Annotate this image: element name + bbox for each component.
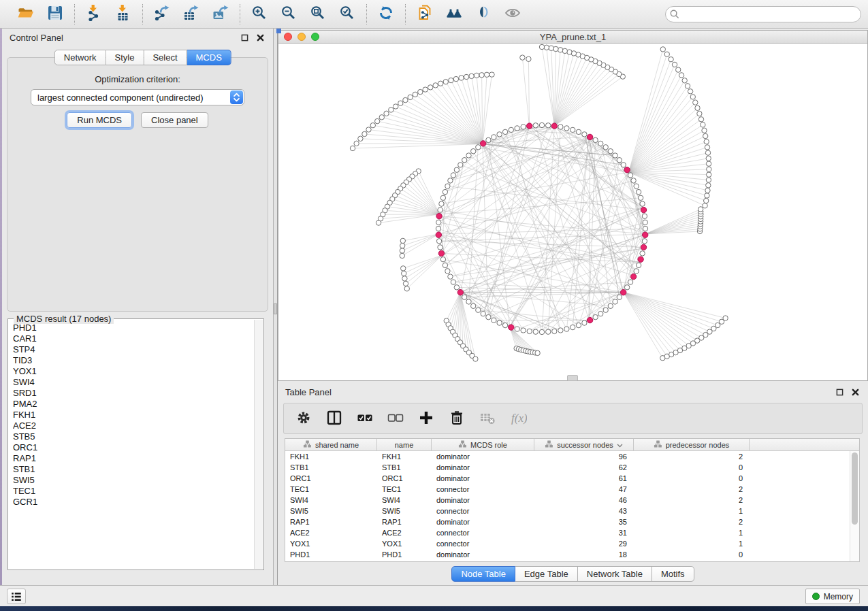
tab-edge-table[interactable]: Edge Table bbox=[515, 566, 578, 582]
column-type-icon bbox=[458, 440, 467, 450]
table-scrollbar-thumb[interactable] bbox=[852, 452, 858, 525]
folder-open-button[interactable] bbox=[14, 3, 37, 25]
close-panel-action-button[interactable]: Close panel bbox=[141, 112, 208, 128]
column-header-predecessor-nodes[interactable]: predecessor nodes bbox=[634, 439, 750, 450]
criterion-select[interactable]: largest connected component (undirected) bbox=[31, 89, 244, 105]
table-cell: RAP1 bbox=[285, 518, 377, 526]
tab-motifs[interactable]: Motifs bbox=[652, 566, 694, 582]
table-cell: 0 bbox=[634, 550, 750, 559]
trash-button[interactable] bbox=[447, 408, 467, 429]
mcds-result-item[interactable]: PHD1 bbox=[13, 323, 253, 333]
table-row[interactable]: RAP1RAP1dominator352 bbox=[285, 516, 859, 527]
horizontal-splitter-handle[interactable] bbox=[567, 375, 578, 381]
float-panel-button[interactable] bbox=[240, 33, 249, 43]
control-panel-tabs: NetworkStyleSelectMCDS bbox=[54, 50, 231, 65]
float-icon bbox=[241, 34, 248, 42]
table-cell: dominator bbox=[432, 550, 534, 559]
mcds-result-item[interactable]: ORC1 bbox=[13, 442, 253, 453]
table-row[interactable]: ORC1ORC1dominator610 bbox=[285, 473, 859, 484]
column-header-successor-nodes[interactable]: successor nodes bbox=[534, 439, 634, 450]
close-panel-button[interactable] bbox=[255, 33, 265, 43]
table-row[interactable]: STB1STB1dominator620 bbox=[285, 462, 859, 473]
close-table-panel-button[interactable] bbox=[850, 388, 860, 397]
search-binoculars-icon bbox=[445, 4, 463, 24]
tab-style[interactable]: Style bbox=[106, 50, 144, 65]
mcds-result-item[interactable]: ACE2 bbox=[13, 420, 253, 431]
table-row[interactable]: TEC1TEC1connector472 bbox=[285, 484, 859, 495]
select-all-button[interactable] bbox=[355, 408, 375, 429]
mcds-result-item[interactable]: YOX1 bbox=[13, 366, 253, 377]
network-search-input[interactable] bbox=[665, 6, 861, 22]
tab-network[interactable]: Network bbox=[54, 50, 106, 65]
float-table-panel-button[interactable] bbox=[835, 388, 844, 397]
save-icon bbox=[46, 4, 64, 24]
vertical-splitter[interactable] bbox=[273, 29, 278, 585]
gear-button[interactable] bbox=[293, 408, 314, 429]
mcds-result-item[interactable]: STB1 bbox=[13, 464, 253, 475]
tab-select[interactable]: Select bbox=[144, 50, 187, 65]
mcds-result-item[interactable]: GCR1 bbox=[13, 497, 253, 508]
deselect-all-button[interactable] bbox=[385, 408, 406, 429]
column-header-MCDS-role[interactable]: MCDS role bbox=[432, 439, 534, 450]
table-panel-mode-button[interactable] bbox=[7, 589, 26, 604]
table-cell: 35 bbox=[534, 518, 634, 526]
column-header-shared-name[interactable]: shared name bbox=[285, 439, 377, 450]
table-cell: TEC1 bbox=[285, 485, 377, 493]
table-row[interactable]: SWI4SWI4dominator462 bbox=[285, 495, 859, 506]
column-type-icon bbox=[654, 440, 662, 450]
table-cell: PHD1 bbox=[377, 550, 432, 559]
clone-network-button[interactable] bbox=[413, 3, 436, 25]
mcds-result-item[interactable]: PMA2 bbox=[13, 399, 253, 410]
splitter-handle[interactable] bbox=[274, 303, 277, 314]
import-network-button[interactable] bbox=[82, 3, 106, 25]
add-button[interactable] bbox=[416, 408, 436, 429]
tab-node-table[interactable]: Node Table bbox=[451, 566, 515, 582]
mcds-result-item[interactable]: FKH1 bbox=[13, 410, 253, 420]
columns-button[interactable] bbox=[324, 408, 344, 429]
search-binoculars-button[interactable] bbox=[443, 3, 466, 25]
export-image-button[interactable] bbox=[209, 3, 232, 25]
table-cell: TEC1 bbox=[377, 485, 432, 493]
zoom-fit-button[interactable] bbox=[306, 3, 329, 25]
zoom-in-button[interactable] bbox=[248, 3, 271, 25]
table-cell: dominator bbox=[432, 452, 534, 461]
mcds-result-item[interactable]: CAR1 bbox=[13, 333, 253, 344]
table-row[interactable]: YOX1YOX1connector291 bbox=[285, 538, 859, 549]
save-button[interactable] bbox=[44, 3, 67, 25]
export-table-button[interactable] bbox=[180, 3, 203, 25]
mcds-result-list: PHD1CAR1STP4TID3YOX1SWI4SRD1PMA2FKH1ACE2… bbox=[13, 323, 253, 568]
zoom-selected-button[interactable] bbox=[336, 3, 359, 25]
mcds-result-item[interactable]: SWI4 bbox=[13, 377, 253, 388]
table-panel: Table Panel f(x) shared namenameMCDS rol… bbox=[278, 383, 868, 585]
memory-status-icon bbox=[812, 593, 820, 600]
import-table-button[interactable] bbox=[112, 3, 135, 25]
mcds-result-item[interactable]: RAP1 bbox=[13, 453, 253, 464]
table-row[interactable]: PHD1PHD1dominator180 bbox=[285, 549, 859, 560]
column-label: successor nodes bbox=[557, 441, 613, 449]
memory-button[interactable]: Memory bbox=[805, 589, 860, 604]
eye-button bbox=[501, 3, 524, 25]
export-network-button[interactable] bbox=[150, 3, 174, 25]
column-header-name[interactable]: name bbox=[377, 439, 432, 450]
table-row[interactable]: SWI5SWI5connector431 bbox=[285, 506, 859, 516]
run-mcds-button[interactable]: Run MCDS bbox=[67, 112, 132, 128]
mcds-result-item[interactable]: TID3 bbox=[13, 355, 253, 366]
mcds-result-scrollbar[interactable] bbox=[254, 320, 263, 569]
mcds-result-item[interactable]: STB5 bbox=[13, 431, 253, 442]
table-row[interactable]: FKH1FKH1dominator962 bbox=[285, 451, 859, 462]
table-cell: 96 bbox=[534, 452, 634, 461]
zoom-out-button[interactable] bbox=[277, 3, 300, 25]
table-scrollbar[interactable] bbox=[850, 451, 859, 561]
mcds-result-item[interactable]: SRD1 bbox=[13, 388, 253, 399]
table-row[interactable]: ACE2ACE2connector311 bbox=[285, 527, 859, 538]
mcds-result-item[interactable]: SWI5 bbox=[13, 475, 253, 486]
network-canvas[interactable] bbox=[278, 44, 867, 380]
column-type-icon bbox=[545, 440, 553, 450]
table-cell: 47 bbox=[534, 485, 634, 493]
tab-network-table[interactable]: Network Table bbox=[578, 566, 652, 582]
mcds-result-item[interactable]: STP4 bbox=[13, 344, 253, 355]
mcds-result-item[interactable]: TEC1 bbox=[13, 486, 253, 497]
refresh-button[interactable] bbox=[374, 3, 398, 25]
hide-panels-button[interactable] bbox=[472, 3, 495, 25]
tab-mcds[interactable]: MCDS bbox=[187, 50, 231, 65]
